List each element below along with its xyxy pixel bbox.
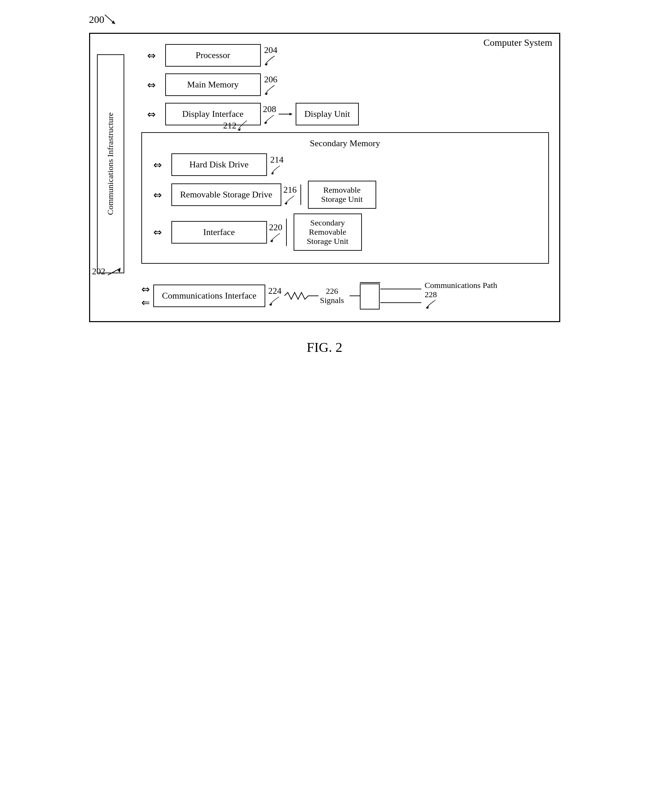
processor-arrow: ⇔ <box>141 50 162 61</box>
page-container: 200 Computer System Communications Infra… <box>69 14 581 355</box>
interface-row: ⇔ Interface 220 <box>148 214 543 251</box>
comms-infra-box: Communications Infrastructure <box>97 54 124 273</box>
main-memory-box: Main Memory <box>165 73 261 96</box>
main-memory-ref-group: 206 <box>264 75 278 95</box>
arrow-208-icon <box>263 114 277 124</box>
svg-line-2 <box>108 268 120 275</box>
ref-220-group: 220 <box>269 222 283 242</box>
hdd-row: ⇔ Hard Disk Drive 214 <box>148 153 543 176</box>
ref-226-group: 226 Signals <box>320 287 344 305</box>
arrow-204-icon <box>264 55 278 66</box>
ref-224-group: 224 <box>268 286 282 306</box>
arrow-206-icon <box>264 85 278 95</box>
interface-vline <box>286 218 287 246</box>
arrow-228-icon <box>425 299 438 309</box>
secondary-removable-unit-box: Secondary Removable Storage Unit <box>294 214 362 251</box>
arrow-212-icon <box>236 120 250 131</box>
comms-path-area: Communications Path 228 <box>350 281 497 311</box>
hdd-ref-group: 214 <box>270 155 284 174</box>
main-memory-row: ⇔ Main Memory 206 <box>141 73 549 96</box>
svg-marker-8 <box>289 113 292 116</box>
processor-box: Processor <box>165 44 261 67</box>
processor-ref-group: 204 <box>264 45 278 66</box>
comms-interface-arrows: ⇔ ⇐ <box>141 283 150 308</box>
comms-path-label: Communications Path 228 <box>425 281 497 311</box>
path-left-line <box>350 296 360 296</box>
arrow-220-icon <box>269 233 283 242</box>
arrow-224-icon <box>268 296 282 306</box>
removable-drive-arrow: ⇔ <box>148 189 168 201</box>
arrow-216-icon <box>283 195 297 205</box>
arrow-214-icon <box>270 165 283 174</box>
interface-arrow: ⇔ <box>148 226 168 238</box>
ref-202: 202 <box>92 266 123 277</box>
display-interface-connector: 208 Display Unit <box>261 103 359 125</box>
display-interface-arrow: ⇔ <box>141 108 162 120</box>
removable-unit-box: Removable Storage Unit <box>308 181 376 209</box>
path-connector <box>360 282 380 310</box>
interface-connector: 220 Secondary Removable Storage Unit <box>267 214 362 251</box>
arrow-202-icon <box>106 266 123 277</box>
comms-interface-row: ⇔ ⇐ Communications Interface 224 <box>141 281 549 311</box>
interface-box: Interface <box>171 221 267 244</box>
removable-drive-row: ⇔ Removable Storage Drive 216 <box>148 181 543 209</box>
zigzag-line-icon <box>284 291 318 301</box>
ref-200-label: 200 <box>89 14 105 25</box>
secondary-memory-title: Secondary Memory <box>148 138 543 149</box>
comms-infra-label: Communications Infrastructure <box>106 112 115 215</box>
removable-drive-connector: 216 Removable Storage Unit <box>281 181 376 209</box>
display-unit-box: Display Unit <box>296 103 359 125</box>
ref-212-group: 212 <box>223 120 250 131</box>
signal-area: 226 Signals <box>284 287 344 305</box>
removable-drive-box: Removable Storage Drive <box>171 183 281 206</box>
ref-216-group: 216 <box>283 185 297 205</box>
secondary-memory-section: 212 Secondary Memory ⇔ <box>141 132 549 270</box>
display-interface-row: ⇔ Display Interface 208 <box>141 103 549 125</box>
hdd-box: Hard Disk Drive <box>171 153 267 176</box>
secondary-memory-group: Secondary Memory ⇔ Hard Disk Drive 214 <box>141 132 549 264</box>
fig-label: FIG. 2 <box>306 339 342 355</box>
processor-row: ⇔ Processor 204 <box>141 44 549 67</box>
content-area: ⇔ Processor 204 ⇔ <box>141 44 549 311</box>
display-unit-arrow-icon <box>279 111 296 118</box>
outer-box: Computer System Communications Infrastru… <box>89 33 560 322</box>
removable-drive-vline <box>300 185 301 205</box>
path-right-lines <box>380 282 421 310</box>
comms-interface-box: Communications Interface <box>153 285 266 307</box>
ref-208-group: 208 <box>263 104 277 124</box>
main-memory-arrow: ⇔ <box>141 79 162 91</box>
hdd-arrow: ⇔ <box>148 159 168 171</box>
arrow-200-icon <box>101 13 122 27</box>
